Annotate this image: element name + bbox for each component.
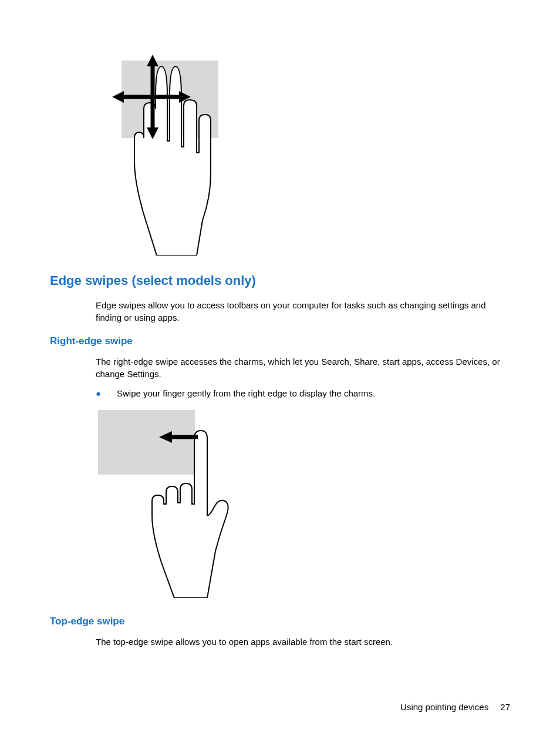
right-edge-swipe-illustration [98,410,510,598]
text-edge-swipes-intro: Edge swipes allow you to access toolbars… [96,299,510,324]
two-finger-scroll-illustration [98,50,510,256]
text-right-edge-desc: The right-edge swipe accesses the charms… [96,355,510,380]
list-item: ● Swipe your finger gently from the righ… [96,387,510,399]
svg-marker-5 [112,91,124,103]
text-right-edge-bullet: Swipe your finger gently from the right … [117,387,375,399]
heading-right-edge-swipe: Right-edge swipe [50,335,510,347]
heading-top-edge-swipe: Top-edge swipe [50,616,510,627]
bullet-icon: ● [96,387,117,399]
footer-section-title: Using pointing devices [400,702,488,712]
text-top-edge-desc: The top-edge swipe allows you to open ap… [96,636,510,648]
footer-page-number: 27 [500,702,510,712]
page-footer: Using pointing devices 27 [400,702,510,712]
svg-rect-7 [98,410,195,475]
heading-edge-swipes: Edge swipes (select models only) [50,273,510,288]
